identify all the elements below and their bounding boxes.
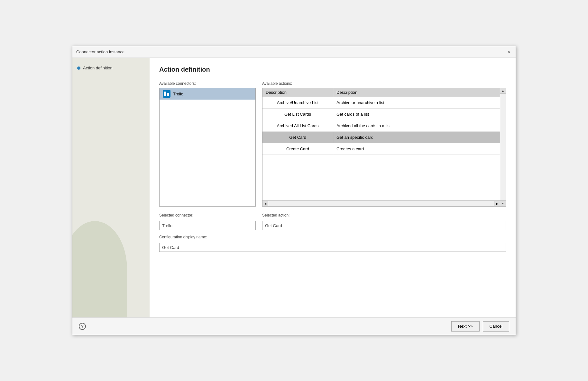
trello-icon bbox=[163, 90, 170, 98]
sidebar-dot bbox=[77, 66, 80, 70]
trello-icon-inner bbox=[164, 92, 169, 96]
h-scroll-track bbox=[268, 201, 494, 206]
config-name-row: Configuration display name: bbox=[159, 235, 506, 252]
trello-bar-left bbox=[164, 92, 166, 96]
sidebar-item-action-definition[interactable]: Action definition bbox=[77, 64, 145, 72]
action-desc: Archived all the cards in a list bbox=[333, 120, 500, 131]
next-button[interactable]: Next >> bbox=[451, 321, 480, 332]
footer-buttons: Next >> Cancel bbox=[451, 321, 509, 332]
cancel-button[interactable]: Cancel bbox=[483, 321, 509, 332]
connector-name: Trello bbox=[173, 92, 183, 96]
sidebar-decoration bbox=[72, 221, 127, 317]
selected-action-label: Selected action: bbox=[262, 213, 506, 217]
scroll-up-button[interactable]: ▲ bbox=[500, 88, 506, 94]
selected-connector-input[interactable] bbox=[159, 221, 256, 230]
title-bar: Connector action instance × bbox=[72, 46, 516, 58]
action-desc: Get cards of a list bbox=[333, 109, 500, 120]
config-display-name-label: Configuration display name: bbox=[159, 235, 506, 239]
sidebar-item-label: Action definition bbox=[83, 66, 113, 70]
action-desc: Creates a card bbox=[333, 143, 500, 155]
table-scroll-content: Description Description Archive/Unarchiv… bbox=[262, 88, 500, 206]
action-name: Archived All List Cards bbox=[262, 120, 333, 131]
selected-fields-row: Selected connector: Selected action: bbox=[159, 213, 506, 230]
action-desc: Archive or unarchive a list bbox=[333, 97, 500, 108]
action-name: Get Card bbox=[262, 132, 333, 143]
scroll-track bbox=[500, 94, 506, 200]
window-title: Connector action instance bbox=[76, 49, 124, 54]
table-row-selected[interactable]: Get Card Get an specific card bbox=[262, 132, 500, 143]
table-row[interactable]: Archive/Unarchive List Archive or unarch… bbox=[262, 97, 500, 109]
actions-table-container: Description Description Archive/Unarchiv… bbox=[262, 88, 506, 207]
selected-connector-group: Selected connector: bbox=[159, 213, 256, 230]
config-display-name-group: Configuration display name: bbox=[159, 235, 506, 252]
table-row[interactable]: Archived All List Cards Archived all the… bbox=[262, 120, 500, 132]
table-row[interactable]: Get List Cards Get cards of a list bbox=[262, 109, 500, 120]
actions-label: Available actions: bbox=[262, 81, 506, 86]
action-name: Archive/Unarchive List bbox=[262, 97, 333, 108]
table-header-row: Description Description bbox=[262, 88, 500, 97]
main-panel: Action definition Available connectors: bbox=[150, 58, 516, 317]
content-area: Action definition Action definition Avai… bbox=[72, 58, 516, 317]
connector-list[interactable]: Trello bbox=[159, 88, 256, 207]
help-button[interactable]: ? bbox=[79, 323, 86, 330]
col-header-name: Description bbox=[262, 88, 333, 97]
selected-action-input[interactable] bbox=[262, 221, 506, 230]
h-scroll-left-button[interactable]: ◀ bbox=[262, 201, 268, 206]
v-scrollbar: ▲ ▼ bbox=[500, 88, 506, 206]
action-name: Get List Cards bbox=[262, 109, 333, 120]
actions-column: Available actions: Description Descripti… bbox=[262, 81, 506, 207]
h-scroll-right-button[interactable]: ▶ bbox=[494, 201, 500, 206]
footer: ? Next >> Cancel bbox=[72, 317, 516, 335]
connector-item-trello[interactable]: Trello bbox=[160, 88, 255, 100]
config-display-name-input[interactable] bbox=[159, 243, 506, 252]
selected-action-group: Selected action: bbox=[262, 213, 506, 230]
action-desc: Get an specific card bbox=[333, 132, 500, 143]
action-name: Create Card bbox=[262, 143, 333, 155]
two-column-section: Available connectors: Trello bbox=[159, 81, 506, 207]
page-title: Action definition bbox=[159, 66, 506, 73]
col-header-desc: Description bbox=[333, 88, 500, 97]
connectors-label: Available connectors: bbox=[159, 81, 256, 86]
close-button[interactable]: × bbox=[506, 49, 512, 55]
table-row[interactable]: Create Card Creates a card bbox=[262, 143, 500, 155]
connectors-column: Available connectors: Trello bbox=[159, 81, 256, 207]
h-scrollbar: ◀ ▶ bbox=[262, 200, 500, 206]
trello-bar-right bbox=[167, 93, 169, 96]
selected-connector-label: Selected connector: bbox=[159, 213, 256, 217]
table-body[interactable]: Archive/Unarchive List Archive or unarch… bbox=[262, 97, 500, 200]
scroll-down-button[interactable]: ▼ bbox=[500, 200, 506, 206]
sidebar: Action definition bbox=[72, 58, 150, 317]
